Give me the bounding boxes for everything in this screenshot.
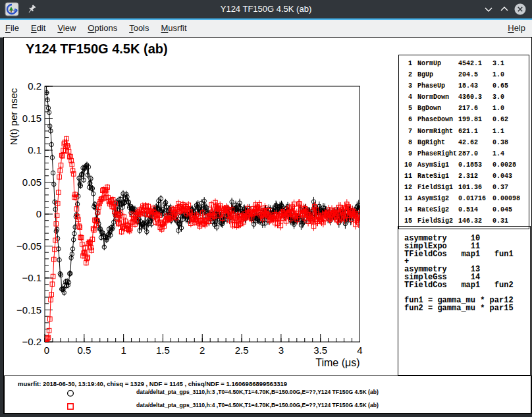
param-num: 2 (403, 69, 412, 80)
param-error: 1.1 (492, 126, 504, 137)
maximize-button[interactable] (498, 3, 511, 16)
legend-square-marker-icon (66, 403, 74, 410)
window-title: Y124 TF150G 4.5K (ab) (0, 0, 532, 18)
param-row-PhaseUp: 3PhaseUp18.430.65 (399, 80, 529, 92)
param-num: 4 (403, 92, 412, 103)
param-row-BgRight: 8BgRight42.620.38 (399, 137, 529, 148)
title-bar[interactable]: ++ Y124 TF150G 4.5K (ab) (0, 0, 532, 18)
param-error: 1.0 (492, 69, 504, 80)
y-axis-title: N(t) per nsec (8, 88, 19, 145)
fit-parameters-box: 1NormUp4542.13.12BgUp204.51.03PhaseUp18.… (398, 55, 529, 229)
param-error: 1.0 (492, 103, 504, 114)
param-error: 0.0028 (492, 159, 516, 171)
param-value: 217.6 (458, 103, 492, 114)
svg-text:2: 2 (200, 345, 205, 356)
legend-circle-marker-icon (66, 389, 74, 397)
menu-item-edit[interactable]: Edit (25, 20, 51, 37)
close-button[interactable] (514, 3, 527, 16)
param-name: FieldSig2 (417, 215, 458, 227)
menu-item-view[interactable]: View (51, 20, 82, 37)
param-name: RateSig1 (417, 171, 458, 182)
svg-text:0.5: 0.5 (77, 345, 91, 356)
svg-text:1: 1 (120, 345, 126, 356)
param-num: 12 (403, 182, 412, 193)
param-name: AsymSig2 (417, 193, 458, 204)
theory-line-2: TFieldCos map1 fun1 (404, 251, 530, 259)
legend-box: musrfit: 2018-06-30, 13:19:40, chisq = 1… (4, 375, 531, 414)
param-error: 3.1 (492, 58, 504, 69)
x-axis-title: Time (μs) (315, 357, 359, 368)
menu-item-options[interactable]: Options (82, 20, 123, 37)
param-value: 621.1 (458, 126, 492, 137)
theory-box: asymmetry 10simplExpo 11TFieldCos map1 f… (398, 226, 531, 375)
svg-text:0.15: 0.15 (22, 113, 41, 124)
param-value: 204.5 (458, 69, 492, 80)
param-num: 1 (403, 58, 412, 69)
svg-text:0.05: 0.05 (22, 177, 41, 188)
param-value: 146.32 (458, 215, 492, 227)
legend-text: data/deltat_pta_gps_3110,h:3 ,T0=4.50K,T… (136, 389, 379, 395)
param-name: BgUp (417, 69, 458, 80)
param-error: 0.043 (492, 171, 512, 182)
param-num: 5 (403, 103, 412, 114)
param-row-RateSig2: 14RateSig20.5140.045 (399, 204, 529, 215)
theory-line-9: fun2 = gamma_mu * par15 (404, 305, 530, 313)
svg-text:−0.05: −0.05 (16, 240, 41, 252)
param-num: 8 (403, 137, 412, 148)
param-value: 18.43 (458, 80, 492, 92)
plot-title: Y124 TF150G 4.5K (ab) (26, 42, 168, 56)
param-num: 3 (403, 80, 412, 92)
param-error: 0.62 (492, 114, 508, 125)
param-name: NormRight (417, 126, 458, 137)
param-name: BgRight (417, 137, 458, 148)
param-row-BgDown: 5BgDown217.61.0 (399, 103, 529, 114)
param-row-FieldSig2: 15FieldSig2146.320.31 (399, 215, 529, 227)
param-row-BgUp: 2BgUp204.51.0 (399, 69, 529, 80)
legend-text: data/deltat_pta_gps_3110,h:4 ,T0=4.50K,T… (136, 402, 379, 408)
menu-item-tools[interactable]: Tools (123, 20, 155, 37)
root-canvas[interactable]: Y124 TF150G 4.5K (ab)0.20.150.10.050−0.0… (3, 37, 532, 414)
param-value: 0.1853 (458, 159, 492, 171)
svg-text:0: 0 (44, 345, 49, 356)
param-name: PhaseDown (417, 114, 458, 125)
param-row-AsymSig1: 10AsymSig10.18530.0028 (399, 159, 529, 171)
menu-item-help[interactable]: Help (501, 20, 532, 37)
param-error: 0.045 (492, 204, 512, 215)
minimize-button[interactable] (482, 3, 495, 16)
menu-item-file[interactable]: File (0, 20, 25, 37)
param-error: 0.37 (492, 182, 508, 193)
param-error: 0.00098 (492, 193, 520, 204)
param-num: 6 (403, 114, 412, 125)
svg-text:0.1: 0.1 (28, 144, 41, 155)
param-value: 287.0 (458, 148, 492, 159)
param-name: FieldSig1 (417, 182, 458, 193)
menu-item-musrfit[interactable]: Musrfit (155, 20, 193, 37)
param-row-FieldSig1: 12FieldSig1101.360.37 (399, 182, 529, 193)
param-row-PhaseDown: 6PhaseDown199.810.62 (399, 114, 529, 125)
param-row-NormDown: 4NormDown4360.33.0 (399, 92, 529, 103)
param-num: 11 (403, 171, 412, 182)
param-row-NormUp: 1NormUp4542.13.1 (399, 58, 529, 69)
param-num: 15 (403, 215, 412, 227)
param-num: 13 (403, 193, 412, 204)
menu-bar: FileEditViewOptionsToolsMusrfitHelp (0, 20, 532, 38)
param-name: PhaseRight (417, 148, 458, 159)
param-value: 199.81 (458, 114, 492, 125)
musr-plot[interactable]: Y124 TF150G 4.5K (ab)0.20.150.10.050−0.0… (4, 38, 398, 375)
svg-text:0: 0 (36, 208, 41, 219)
svg-text:2.5: 2.5 (235, 345, 249, 356)
param-row-PhaseRight: 9PhaseRight287.01.4 (399, 148, 529, 159)
svg-text:3.5: 3.5 (313, 345, 327, 356)
app-window: ++ Y124 TF150G 4.5K (ab) FileEditViewOpt… (0, 0, 532, 417)
legend-entry-1: data/deltat_pta_gps_3110,h:3 ,T0=4.50K,T… (5, 388, 531, 399)
param-num: 9 (403, 148, 412, 159)
param-name: RateSig2 (417, 204, 458, 215)
param-value: 101.36 (458, 182, 492, 193)
data-series-h4 (44, 136, 362, 347)
param-num: 14 (403, 204, 412, 215)
param-num: 7 (403, 126, 412, 137)
param-error: 0.38 (492, 137, 508, 148)
param-value: 0.01716 (458, 193, 492, 204)
fit-info-line: musrfit: 2018-06-30, 13:19:40, chisq = 1… (18, 380, 287, 387)
param-value: 0.514 (458, 204, 492, 215)
